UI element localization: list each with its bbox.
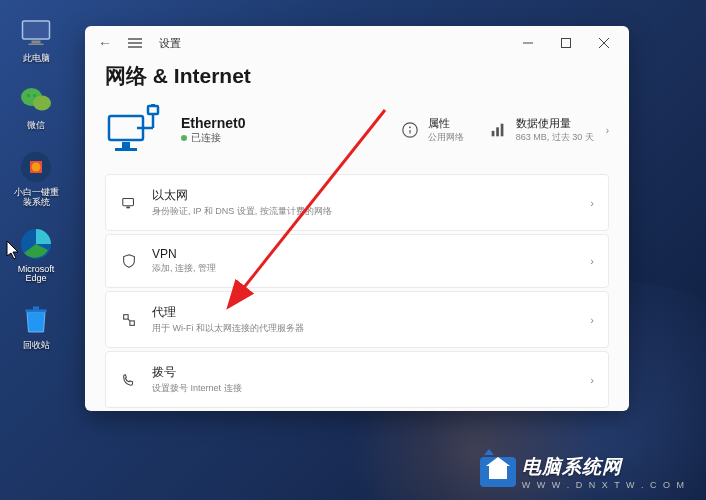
desktop-icon-this-pc[interactable]: 此电脑 bbox=[10, 15, 62, 64]
chart-icon bbox=[488, 120, 508, 140]
desktop-icon-label: 微信 bbox=[27, 121, 45, 131]
svg-rect-2 bbox=[29, 44, 44, 46]
menu-item-vpn[interactable]: VPN 添加, 连接, 管理 › bbox=[105, 234, 609, 288]
connection-status-text: 已连接 bbox=[191, 131, 221, 145]
svg-rect-20 bbox=[122, 142, 130, 148]
svg-rect-0 bbox=[23, 21, 50, 39]
desktop-icons-container: 此电脑 微信 小白一键重装系统 Microsoft Edge 回收站 bbox=[10, 15, 62, 351]
ethernet-small-icon bbox=[120, 194, 138, 212]
watermark-title: 电脑系统网 bbox=[522, 454, 686, 480]
svg-rect-25 bbox=[151, 104, 155, 106]
menu-item-ethernet[interactable]: 以太网 身份验证, IP 和 DNS 设置, 按流量计费的网络 › bbox=[105, 174, 609, 231]
watermark-url: W W W . D N X T W . C O M bbox=[522, 480, 686, 490]
shield-icon bbox=[120, 252, 138, 270]
maximize-button[interactable] bbox=[547, 28, 585, 58]
menu-item-title: 代理 bbox=[152, 304, 576, 321]
network-status-card: Ethernet0 已连接 属性 公用网络 bbox=[105, 104, 609, 156]
svg-rect-1 bbox=[32, 41, 41, 44]
menu-item-sub: 设置拨号 Internet 连接 bbox=[152, 382, 576, 395]
svg-point-4 bbox=[33, 95, 51, 110]
menu-item-title: 拨号 bbox=[152, 364, 576, 381]
svg-point-6 bbox=[33, 94, 36, 97]
svg-rect-16 bbox=[562, 39, 571, 48]
svg-rect-31 bbox=[500, 124, 503, 137]
properties-button[interactable]: 属性 公用网络 bbox=[400, 116, 464, 144]
desktop-icon-label: Microsoft Edge bbox=[10, 265, 62, 285]
menu-item-sub: 添加, 连接, 管理 bbox=[152, 262, 576, 275]
connection-status: 已连接 bbox=[181, 131, 246, 145]
ethernet-icon bbox=[105, 104, 165, 156]
status-dot-icon bbox=[181, 135, 187, 141]
menu-item-title: VPN bbox=[152, 247, 576, 261]
stat-sub: 863 MB, 过去 30 天 bbox=[516, 131, 594, 144]
trash-icon bbox=[18, 302, 54, 338]
settings-menu-list: 以太网 身份验证, IP 和 DNS 设置, 按流量计费的网络 › VPN 添加… bbox=[105, 174, 609, 411]
svg-rect-10 bbox=[26, 310, 47, 313]
svg-point-5 bbox=[27, 94, 30, 97]
phone-icon bbox=[120, 371, 138, 389]
window-title: 设置 bbox=[159, 36, 181, 51]
menu-item-sub: 用于 Wi-Fi 和以太网连接的代理服务器 bbox=[152, 322, 576, 335]
chevron-right-icon: › bbox=[590, 255, 594, 267]
menu-button[interactable] bbox=[125, 33, 145, 53]
settings-window: ← 设置 网络 & Internet bbox=[85, 26, 629, 411]
svg-rect-21 bbox=[115, 148, 137, 151]
svg-rect-24 bbox=[148, 106, 158, 114]
svg-rect-32 bbox=[123, 198, 134, 205]
menu-item-sub: 身份验证, IP 和 DNS 设置, 按流量计费的网络 bbox=[152, 205, 576, 218]
svg-rect-30 bbox=[496, 127, 499, 136]
svg-line-36 bbox=[128, 319, 130, 321]
close-button[interactable] bbox=[585, 28, 623, 58]
menu-item-title: 以太网 bbox=[152, 187, 576, 204]
desktop-icon-xiaobai[interactable]: 小白一键重装系统 bbox=[10, 149, 62, 208]
stat-title: 数据使用量 bbox=[516, 116, 594, 131]
svg-rect-34 bbox=[124, 314, 128, 318]
svg-point-8 bbox=[32, 162, 41, 171]
svg-rect-35 bbox=[130, 320, 134, 324]
chevron-right-icon: › bbox=[590, 314, 594, 326]
chevron-right-icon: › bbox=[590, 374, 594, 386]
svg-rect-33 bbox=[126, 206, 130, 208]
minimize-button[interactable] bbox=[509, 28, 547, 58]
desktop-icon-label: 此电脑 bbox=[23, 54, 50, 64]
desktop-icon-wechat[interactable]: 微信 bbox=[10, 82, 62, 131]
page-title: 网络 & Internet bbox=[105, 62, 609, 90]
house-logo-icon bbox=[480, 457, 516, 487]
chevron-right-icon: › bbox=[590, 197, 594, 209]
tool-icon bbox=[18, 149, 54, 185]
connection-name: Ethernet0 bbox=[181, 115, 246, 131]
wechat-icon bbox=[18, 82, 54, 118]
chevron-right-icon: › bbox=[606, 125, 609, 136]
stat-title: 属性 bbox=[428, 116, 464, 131]
pc-icon bbox=[18, 15, 54, 51]
svg-rect-29 bbox=[491, 131, 494, 136]
back-button[interactable]: ← bbox=[95, 33, 115, 53]
edge-icon bbox=[18, 226, 54, 262]
proxy-icon bbox=[120, 311, 138, 329]
desktop-icon-edge[interactable]: Microsoft Edge bbox=[10, 226, 62, 285]
data-usage-button[interactable]: 数据使用量 863 MB, 过去 30 天 › bbox=[488, 116, 609, 144]
desktop-icon-label: 小白一键重装系统 bbox=[10, 188, 62, 208]
svg-rect-11 bbox=[33, 307, 39, 310]
info-icon bbox=[400, 120, 420, 140]
connection-name-block: Ethernet0 已连接 bbox=[181, 115, 246, 145]
menu-item-proxy[interactable]: 代理 用于 Wi-Fi 和以太网连接的代理服务器 › bbox=[105, 291, 609, 348]
menu-item-dialup[interactable]: 拨号 设置拨号 Internet 连接 › bbox=[105, 351, 609, 408]
settings-content: 网络 & Internet Ethernet0 已连接 bbox=[85, 60, 629, 411]
site-watermark: 电脑系统网 W W W . D N X T W . C O M bbox=[480, 454, 686, 490]
window-titlebar: ← 设置 bbox=[85, 26, 629, 60]
desktop-icon-label: 回收站 bbox=[23, 341, 50, 351]
stat-sub: 公用网络 bbox=[428, 131, 464, 144]
svg-point-27 bbox=[409, 126, 411, 128]
desktop-icon-recycle-bin[interactable]: 回收站 bbox=[10, 302, 62, 351]
